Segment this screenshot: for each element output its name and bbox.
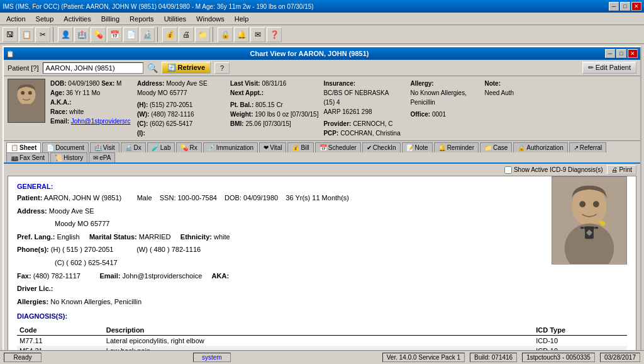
col-icd-type: ICD Type xyxy=(533,325,627,336)
svg-point-9 xyxy=(593,201,599,207)
diag-description: Lateral epicondylitis, right elbow xyxy=(104,336,533,346)
case-icon: 📁 xyxy=(484,144,492,151)
main-content-area[interactable]: GENERAL: Patient: AARON, JOHN W (9851) M… xyxy=(8,176,636,364)
diag-code: M77.11 xyxy=(17,336,104,346)
menu-setup[interactable]: Setup xyxy=(32,14,58,24)
toolbar-btn-15[interactable]: ✉ xyxy=(250,27,265,42)
patient-header-bar: Patient [?] AARON, JOHN (9851) 🔍 🔄 Retri… xyxy=(4,60,640,76)
menu-windows[interactable]: Windows xyxy=(192,14,228,24)
retrieve-button[interactable]: 🔄 Retrieve xyxy=(162,62,211,74)
tab-scheduler[interactable]: 📅 Scheduler xyxy=(315,142,361,152)
vital-icon: ❤ xyxy=(264,144,269,151)
app-title: IMS (IMS, For OCC) (Patient: AARON, JOHN… xyxy=(3,3,314,10)
menu-help[interactable]: Help xyxy=(231,14,253,24)
tab-fax-sent[interactable]: 📠 Fax Sent xyxy=(6,152,49,162)
chart-restore-btn[interactable]: □ xyxy=(616,49,626,58)
system-status: system xyxy=(193,353,231,362)
address-info-section: Address: Moody Ave SE Moody MO 65777 (H)… xyxy=(137,79,225,138)
menu-activities[interactable]: Activities xyxy=(60,14,94,24)
tab-epa[interactable]: ✉ ePA xyxy=(89,152,115,162)
toolbar-btn-5[interactable]: 🏥 xyxy=(74,27,89,42)
tab-authorization[interactable]: 🔒 Authorization xyxy=(513,142,567,152)
toolbar-btn-6[interactable]: 💊 xyxy=(91,27,106,42)
tab-referral[interactable]: ↗ Referral xyxy=(569,142,607,152)
toolbar-btn-11[interactable]: 🖨 xyxy=(179,27,194,42)
toolbar-btn-13[interactable]: 🔒 xyxy=(218,27,233,42)
show-icd9-checkbox[interactable] xyxy=(504,166,512,174)
main-toolbar: 🖫 📋 ✂ 👤 🏥 💊 📅 📄 🔬 💰 🖨 📁 🔒 🔔 ✉ ❓ xyxy=(0,25,644,44)
svg-point-3 xyxy=(21,91,25,95)
toolbar-sep-1 xyxy=(53,27,55,42)
date-status: 03/28/2017 xyxy=(600,353,640,362)
close-button[interactable]: ✕ xyxy=(631,2,641,11)
chart-minimize-btn[interactable]: ─ xyxy=(605,49,615,58)
svg-point-8 xyxy=(579,201,586,207)
tab-checkin[interactable]: ✔ CheckIn xyxy=(362,142,401,152)
restore-button[interactable]: □ xyxy=(620,2,630,11)
history-icon: 📜 xyxy=(55,154,62,161)
tab-vital[interactable]: ❤ Vital xyxy=(259,142,286,152)
patient-name-field[interactable]: AARON, JOHN (9851) xyxy=(43,62,143,74)
table-row[interactable]: M77.11 Lateral epicondylitis, right elbo… xyxy=(17,336,627,346)
tab-note[interactable]: 📝 Note xyxy=(402,142,433,152)
toolbar-btn-4[interactable]: 👤 xyxy=(58,27,73,42)
tab-bill[interactable]: 💰 Bill xyxy=(287,142,313,152)
toolbar-btn-8[interactable]: 📄 xyxy=(123,27,138,42)
tab-reminder[interactable]: 🔔 Reminder xyxy=(434,142,479,152)
help-button[interactable]: ? xyxy=(214,62,230,74)
checkin-icon: ✔ xyxy=(367,144,372,151)
toolbar-btn-1[interactable]: 🖫 xyxy=(3,27,18,42)
patient-search-icon[interactable]: 🔍 xyxy=(147,63,158,73)
epa-icon: ✉ xyxy=(93,154,98,161)
chart-title: Chart View for AARON, JOHN (9851) xyxy=(14,50,605,57)
status-bar: Ready system Ver. 14.0.0 Service Pack 1 … xyxy=(0,350,644,364)
tab-history[interactable]: 📜 History xyxy=(50,152,87,162)
toolbar-btn-9[interactable]: 🔬 xyxy=(140,27,155,42)
toolbar-btn-2[interactable]: 📋 xyxy=(19,27,34,42)
reminder-icon: 🔔 xyxy=(438,144,446,151)
toolbar-sep-3 xyxy=(213,27,215,42)
menu-reports[interactable]: Reports xyxy=(126,14,158,24)
toolbar-btn-7[interactable]: 📅 xyxy=(107,27,122,42)
tab-immunization[interactable]: 💉 Immunization xyxy=(203,142,258,152)
email-link[interactable]: John@1stprovidersrc xyxy=(71,118,131,125)
tab-rx[interactable]: 💊 Rx xyxy=(176,142,201,152)
insurance-info-section: Insurance: BC/BS OF NEBRASKA (15) 4 AARP… xyxy=(323,79,405,138)
fax-row: Fax: (480) 782-1117 Email: John@1stprovi… xyxy=(17,271,627,282)
edit-patient-button[interactable]: ✏ Edit Patient xyxy=(582,62,636,74)
tab-document[interactable]: 📄 Document xyxy=(42,142,89,152)
svg-point-4 xyxy=(28,91,32,95)
toolbar-btn-12[interactable]: 📁 xyxy=(195,27,210,42)
col-description: Description xyxy=(104,325,533,336)
toolbar-btn-16[interactable]: ❓ xyxy=(267,27,282,42)
toolbar-btn-3[interactable]: ✂ xyxy=(35,27,50,42)
driver-lic-row: Driver Lic.: xyxy=(17,283,627,295)
status-left: Ready xyxy=(4,353,42,362)
menu-action[interactable]: Action xyxy=(3,14,30,24)
print-button[interactable]: 🖨 Print xyxy=(607,165,636,174)
icd-checkbox-label[interactable]: Show Active ICD-9 Diagnosis(s) xyxy=(504,166,603,174)
note-icon: 📝 xyxy=(406,144,414,151)
menu-utilities[interactable]: Utilities xyxy=(160,14,190,24)
minimize-button[interactable]: ─ xyxy=(609,2,619,11)
tab-dx[interactable]: 🔬 Dx xyxy=(121,142,146,152)
scheduler-icon: 📅 xyxy=(319,144,327,151)
document-icon: 📄 xyxy=(47,144,54,151)
toolbar-btn-14[interactable]: 🔔 xyxy=(234,27,249,42)
toolbar-btn-10[interactable]: 💰 xyxy=(162,27,177,42)
chart-window-buttons: ─ □ ✕ xyxy=(605,49,638,58)
patient-info-area: DOB: 04/09/1980 Sex: M Age: 36 Yr 11 Mo … xyxy=(4,76,640,141)
tab-visit[interactable]: 🏥 Visit xyxy=(90,142,119,152)
visit-icon: 🏥 xyxy=(94,144,102,151)
phones-row: Phone(s): (H) ( 515 ) 270-2051 (W) ( 480… xyxy=(17,244,627,256)
toolbar-sep-2 xyxy=(157,27,160,42)
menu-billing[interactable]: Billing xyxy=(97,14,123,24)
referral-icon: ↗ xyxy=(574,144,579,151)
address-row: Address: Moody Ave SE xyxy=(17,206,627,217)
tab-lab[interactable]: 🧪 Lab xyxy=(147,142,175,152)
allergy-info-section: Allergy: No Known Allergies, Penicillin … xyxy=(410,79,479,119)
tab-case[interactable]: 📁 Case xyxy=(480,142,512,152)
chart-close-btn[interactable]: ✕ xyxy=(628,49,638,58)
tab-bar: 📋 Sheet 📄 Document 🏥 Visit 🔬 Dx 🧪 Lab 💊 … xyxy=(4,141,640,164)
patient-general-info: Patient: AARON, JOHN W (9851) Male SSN: … xyxy=(17,193,627,307)
